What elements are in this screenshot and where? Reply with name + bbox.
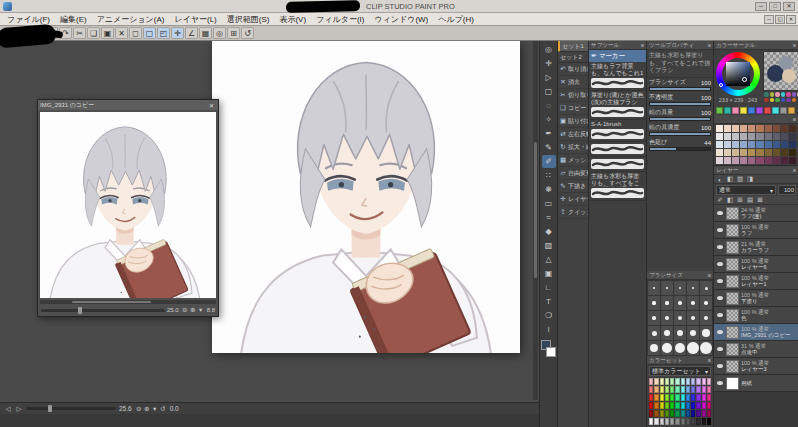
- color-swatch[interactable]: [686, 394, 690, 401]
- layer-row[interactable]: 100 % 通常 色: [714, 307, 798, 324]
- color-swatch[interactable]: [654, 378, 658, 385]
- doc-restore-button[interactable]: ◱: [775, 15, 785, 24]
- color-swatch[interactable]: [691, 410, 695, 417]
- layer-visibility-toggle[interactable]: [716, 209, 724, 217]
- brush-size-preset[interactable]: [648, 341, 660, 355]
- brush-size-preset[interactable]: [661, 311, 673, 325]
- draft-layer-icon[interactable]: ⊠: [756, 196, 764, 204]
- color-swatch[interactable]: [789, 133, 796, 140]
- mix-color-2[interactable]: [779, 56, 793, 70]
- qa-paste-item[interactable]: ▣ 貼り付け: [558, 115, 588, 128]
- color-swatch[interactable]: [732, 107, 739, 114]
- color-swatch[interactable]: [789, 141, 796, 148]
- qa-cut-item[interactable]: ✂ 切り取り: [558, 89, 588, 102]
- color-swatch[interactable]: [686, 410, 690, 417]
- delete-icon[interactable]: ✕: [115, 27, 128, 39]
- color-swatch[interactable]: [696, 402, 700, 409]
- color-swatch[interactable]: [660, 410, 664, 417]
- color-swatch[interactable]: [732, 125, 739, 132]
- color-swatch[interactable]: [686, 386, 690, 393]
- color-swatch[interactable]: [665, 386, 669, 393]
- deselect-icon[interactable]: ◻: [129, 27, 142, 39]
- color-swatch[interactable]: [696, 410, 700, 417]
- color-swatch[interactable]: [748, 157, 755, 164]
- brush-size-preset[interactable]: [687, 311, 699, 325]
- color-swatch[interactable]: [702, 410, 706, 417]
- panel-menu-icon[interactable]: ≡: [793, 167, 796, 173]
- color-swatch[interactable]: [675, 394, 679, 401]
- color-swatch[interactable]: [649, 418, 653, 425]
- qa-move-layer-item[interactable]: ✛ レイヤー移動: [558, 193, 588, 206]
- color-swatch[interactable]: [775, 92, 780, 97]
- grid-icon[interactable]: ▦: [199, 27, 212, 39]
- brush-size-preset[interactable]: [700, 326, 712, 340]
- close-button[interactable]: ✕: [783, 2, 795, 11]
- color-swatch[interactable]: [740, 133, 747, 140]
- menu-layer[interactable]: レイヤー(L): [169, 14, 221, 25]
- color-swatch[interactable]: [764, 98, 769, 103]
- color-swatch[interactable]: [770, 92, 775, 97]
- color-swatch[interactable]: [654, 418, 658, 425]
- color-swatch[interactable]: [780, 107, 787, 114]
- lock-layer-icon[interactable]: ⊞: [736, 196, 744, 204]
- color-swatch[interactable]: [764, 92, 769, 97]
- color-swatch[interactable]: [670, 418, 674, 425]
- layer-visibility-toggle[interactable]: [716, 362, 724, 370]
- brush-size-preset[interactable]: [648, 296, 660, 310]
- color-swatch[interactable]: [654, 394, 658, 401]
- brush-size-preset[interactable]: [648, 326, 660, 340]
- menu-view[interactable]: 表示(V): [274, 14, 311, 25]
- layer-opacity-field[interactable]: 100: [778, 185, 796, 195]
- color-swatch[interactable]: [756, 157, 763, 164]
- color-swatch[interactable]: [716, 157, 723, 164]
- color-set-tab[interactable]: カラーセット: [649, 357, 683, 364]
- color-swatch[interactable]: [670, 394, 674, 401]
- saturation-value-square[interactable]: [726, 62, 750, 86]
- color-swatch[interactable]: [740, 107, 747, 114]
- color-swatch[interactable]: [691, 402, 695, 409]
- color-swatch[interactable]: [696, 418, 700, 425]
- layer-visibility-toggle[interactable]: [716, 379, 724, 387]
- zoom-slider[interactable]: [41, 309, 165, 312]
- color-swatch[interactable]: [707, 378, 711, 385]
- color-swatch[interactable]: [765, 125, 772, 132]
- zoom-in-icon[interactable]: ⊕: [189, 306, 197, 314]
- layer-row[interactable]: 100 % 通常 IMG_2931 のコピー: [714, 324, 798, 341]
- sub-tool-brush-item[interactable]: 主線もラフ背景も、なんでもこれ1本: [589, 62, 646, 91]
- zoom-out-icon[interactable]: ⊖: [181, 306, 189, 314]
- layer-visibility-toggle[interactable]: [716, 311, 724, 319]
- color-swatch[interactable]: [670, 410, 674, 417]
- color-swatch[interactable]: [792, 92, 797, 97]
- brush-size-preset[interactable]: [700, 281, 712, 295]
- color-swatch[interactable]: [660, 378, 664, 385]
- color-swatch[interactable]: [654, 410, 658, 417]
- brush-size-preset[interactable]: [700, 311, 712, 325]
- brush-size-preset[interactable]: [674, 326, 686, 340]
- color-swatch[interactable]: [781, 133, 788, 140]
- layer-row[interactable]: 100 % 通常 レイヤー3: [714, 358, 798, 375]
- color-swatch[interactable]: [665, 402, 669, 409]
- color-swatch[interactable]: [675, 410, 679, 417]
- color-swatch[interactable]: [764, 107, 771, 114]
- mix-color-3[interactable]: [782, 69, 796, 83]
- qa-free-transform-item[interactable]: ▱ 自由変形: [558, 167, 588, 180]
- maximize-button[interactable]: □: [769, 2, 781, 11]
- color-wheel[interactable]: [716, 52, 760, 96]
- color-swatch[interactable]: [773, 141, 780, 148]
- brush-size-preset[interactable]: [687, 296, 699, 310]
- brush-size-preset[interactable]: [674, 311, 686, 325]
- line-correct-tool-icon[interactable]: ≀: [542, 323, 556, 336]
- color-swatch[interactable]: [681, 386, 685, 393]
- color-swatch[interactable]: [681, 402, 685, 409]
- color-swatch[interactable]: [702, 394, 706, 401]
- color-swatch[interactable]: [696, 394, 700, 401]
- layer-row[interactable]: 21 % 通常 カラーラフ: [714, 239, 798, 256]
- fit-to-screen-icon[interactable]: ⊞: [227, 27, 240, 39]
- layer-effect-icon[interactable]: ◐: [716, 176, 724, 183]
- zoom-in-icon[interactable]: ⊕: [143, 405, 151, 413]
- pencil-tool-icon[interactable]: ✎: [542, 141, 556, 154]
- operation-tool-icon[interactable]: ▷: [542, 71, 556, 84]
- color-swatch[interactable]: [773, 125, 780, 132]
- layer-row[interactable]: 100 % 通常 下塗り: [714, 290, 798, 307]
- rotate-reset-icon[interactable]: ↺: [241, 27, 254, 39]
